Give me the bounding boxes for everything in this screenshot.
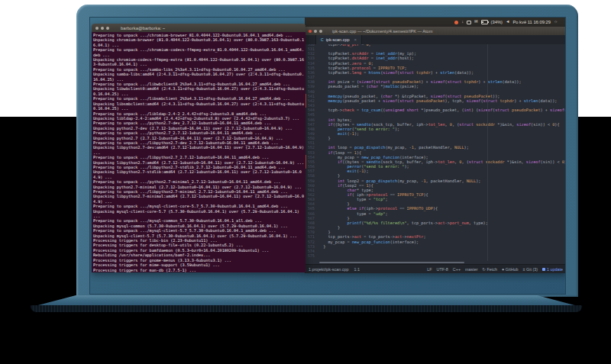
battery-icon[interactable] [481, 20, 488, 24]
keyboard-indicator-icon[interactable] [467, 21, 471, 24]
atom-gutter: 5305315325335345355365375385395405415425… [305, 44, 316, 261]
terminal-line: Unpacking libsmbclient:amd64 (2:4.3.11+d… [93, 101, 304, 111]
terminal-line: Unpacking libpython2.7-stdlib:amd64 (2.7… [93, 169, 304, 179]
horizontal-scrollbar[interactable] [319, 262, 464, 263]
status-item-fetch[interactable]: ↻ Fetch [483, 267, 498, 272]
battery-fill [482, 21, 483, 23]
close-icon[interactable] [95, 27, 99, 30]
close-icon[interactable] [309, 30, 312, 33]
code-line [318, 253, 566, 258]
tab-label: ipk-scan.cpp [326, 37, 350, 42]
battery-percent: (34%) [491, 20, 503, 24]
atom-code[interactable]: tcph->urg_ptr = 0; tcpPacket.srcAddr = i… [316, 44, 566, 261]
status-file-path[interactable]: 1.projekt/ipk-scan.cpp [309, 267, 348, 272]
laptop-screen: ↓ ✉ (34%) ◄ Po kvě 11 16:09:29 ☼ barbork… [89, 17, 566, 295]
status-item-github[interactable]: ● GitHub [502, 267, 519, 272]
panel-clock[interactable]: Po kvě 11 16:09:29 [512, 20, 551, 24]
atom-window-title: ipk-scan.cpp — ~/Dokumenty/4.semestr/IPK… [332, 29, 432, 34]
tab-close-icon[interactable]: × [354, 37, 357, 42]
terminal-line: Preparing to unpack .../python2.7-minima… [93, 179, 304, 184]
laptop-mockup: ↓ ✉ (34%) ◄ Po kvě 11 16:09:29 ☼ barbork… [0, 0, 611, 364]
terminal-output[interactable]: Preparing to unpack .../chromium-browser… [92, 32, 306, 272]
terminal-line: Unpacking mysql-client-core-5.7 (5.7.30-… [93, 209, 304, 219]
status-item-master[interactable]: master [465, 267, 477, 272]
status-item-git-3-[interactable]: ± Git (3) [523, 267, 538, 272]
status-item-lf[interactable]: LF [427, 267, 432, 272]
atom-status-bar: 1.projekt/ipk-scan.cpp 1:1 LFUTF-8C++mas… [305, 264, 566, 273]
code-line: memcpy(pseudo_packet + sizeof(struct pse… [318, 98, 566, 103]
terminal-line: Preparing to unpack .../mysql-client-5.7… [93, 228, 304, 233]
atom-window: ipk-scan.cpp — ~/Dokumenty/4.semestr/IPK… [305, 27, 566, 273]
maximize-icon[interactable] [106, 27, 109, 30]
arrow-down-icon[interactable]: ↓ [461, 20, 464, 24]
cpp-file-icon: C [321, 37, 324, 42]
software-updater-icon[interactable] [454, 21, 458, 24]
status-item-1-update[interactable]: 1 update [542, 267, 563, 272]
maximize-icon[interactable] [319, 30, 322, 33]
mail-icon[interactable]: ✉ [474, 20, 478, 24]
atom-editor[interactable]: 5305315325335345355365375385395405415425… [305, 44, 566, 261]
code-line: tcph->check = tcp_csum((unsigned short *… [318, 108, 566, 112]
status-item-utf-8[interactable]: UTF-8 [437, 267, 448, 272]
wrap-guide [487, 44, 488, 261]
volume-icon[interactable]: ◄ [506, 20, 509, 24]
laptop-lid: ↓ ✉ (34%) ◄ Po kvě 11 16:09:29 ☼ barbork… [76, 5, 578, 297]
terminal-line: Preparing to unpack .../chromium-codecs-… [93, 47, 304, 57]
terminal-line: Unpacking chromium-codecs-ffmpeg-extra (… [93, 57, 304, 67]
terminal-line: Unpacking libpython2.7-minimal:amd64 (2.… [93, 194, 304, 204]
terminal-window: barborka@barborka: ~ Preparing to unpack… [92, 24, 306, 272]
laptop-base-edge [31, 305, 582, 312]
terminal-line: Unpacking samba-libs:amd64 (2:4.3.11+dfs… [93, 72, 304, 82]
atom-titlebar[interactable]: ipk-scan.cpp — ~/Dokumenty/4.semestr/IPK… [305, 27, 566, 35]
terminal-line: Unpacking libwbclient0:amd64 (2:4.3.11+d… [93, 86, 304, 96]
unity-top-panel: ↓ ✉ (34%) ◄ Po kvě 11 16:09:29 ☼ [305, 18, 566, 27]
line-number: 575 [305, 253, 315, 258]
atom-status-right: LFUTF-8C++master↻ Fetch● GitHub± Git (3)… [427, 267, 563, 272]
terminal-line: Processing triggers for man-db (2.7.5-1)… [93, 268, 304, 272]
terminal-line: Unpacking chromium-browser (81.0.4044.12… [93, 37, 304, 47]
atom-tab-bar: C ipk-scan.cpp × [305, 35, 566, 44]
tab-ipk-scan-cpp[interactable]: C ipk-scan.cpp × [315, 35, 362, 44]
terminal-titlebar[interactable]: barborka@barborka: ~ [92, 24, 306, 32]
minimize-icon[interactable] [101, 27, 104, 30]
terminal-line: Preparing to unpack .../libsmbclient_2%3… [93, 96, 304, 101]
terminal-line: Unpacking libpython2.7-dev:amd64 (2.7.12… [93, 145, 304, 155]
minimize-icon[interactable] [314, 30, 317, 33]
terminal-line: Unpacking python2.7 (2.7.12-1ubuntu0~16.… [93, 136, 304, 140]
laptop-base [35, 295, 577, 306]
status-left: 1.projekt/ipk-scan.cpp 1:1 [309, 267, 360, 272]
status-cursor-position[interactable]: 1:1 [354, 267, 360, 272]
terminal-title: barborka@barborka: ~ [121, 26, 165, 31]
session-gear-icon[interactable]: ☼ [554, 20, 558, 24]
terminal-line: Preparing to unpack .../mysql-client-cor… [93, 204, 304, 208]
status-item-c-[interactable]: C++ [453, 267, 461, 272]
